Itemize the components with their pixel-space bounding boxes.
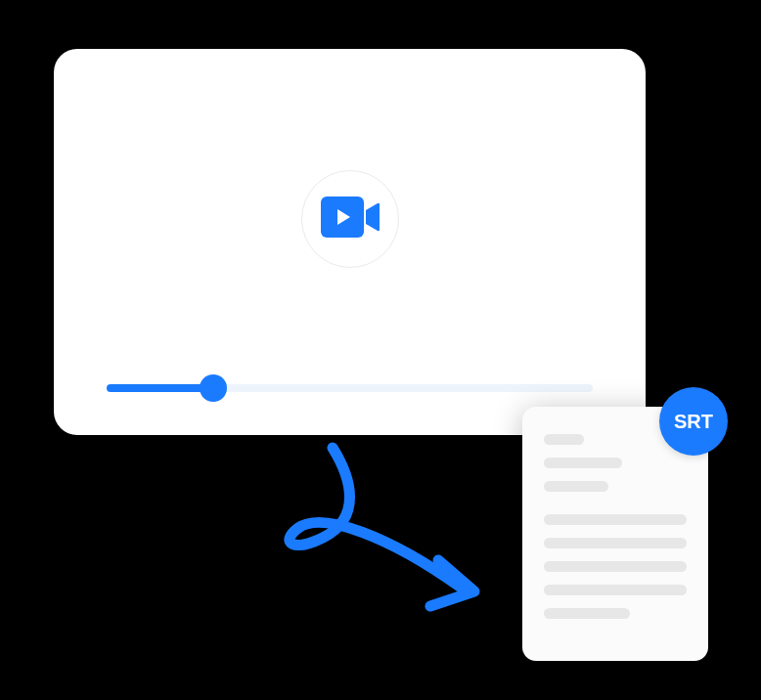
arrow-down-right-icon (274, 430, 509, 626)
srt-format-badge: SRT (659, 387, 728, 456)
doc-text-line (544, 434, 584, 445)
doc-text-line (544, 458, 622, 468)
video-camera-play-icon (321, 197, 380, 241)
play-button-circle (301, 170, 399, 268)
video-seek-fill (107, 384, 213, 392)
video-seek-track (107, 384, 593, 392)
doc-text-line (544, 514, 687, 525)
doc-text-line (544, 561, 687, 572)
doc-text-line (544, 608, 630, 619)
doc-text-line (544, 538, 687, 548)
doc-text-line (544, 481, 608, 492)
doc-text-line (544, 585, 687, 595)
subtitle-document-card: SRT (522, 407, 708, 661)
video-player-card (54, 49, 646, 435)
badge-label: SRT (674, 411, 713, 433)
video-seek-thumb (200, 374, 227, 402)
